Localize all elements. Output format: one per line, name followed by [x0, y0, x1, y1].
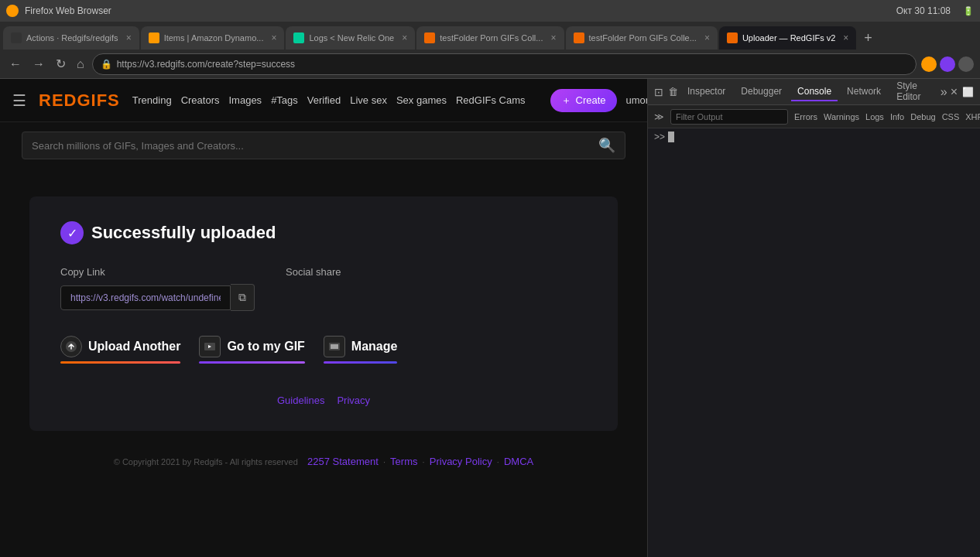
- tab-items-icon: [149, 32, 159, 43]
- nav-tags[interactable]: #Tags: [271, 94, 298, 106]
- upload-another-label: Upload Another: [88, 340, 180, 354]
- success-header: ✓ Successfully uploaded: [60, 221, 587, 244]
- footer-terms[interactable]: Terms: [390, 456, 417, 467]
- nav-trending[interactable]: Trending: [132, 94, 172, 106]
- tab-testfolder1[interactable]: testFolder Porn GIFs Coll... ×: [416, 26, 564, 50]
- card-footer-links: Guidelines Privacy: [60, 395, 587, 406]
- go-to-gif-label: Go to my GIF: [227, 340, 304, 354]
- tab-items-close[interactable]: ×: [271, 32, 276, 43]
- home-button[interactable]: ⌂: [74, 54, 87, 74]
- tab-testfolder2-close[interactable]: ×: [704, 32, 710, 43]
- devtools-panel-icon: ⊡: [654, 86, 663, 98]
- lock-icon: 🔒: [101, 59, 112, 70]
- devtools-filter-logs[interactable]: Logs: [865, 112, 884, 121]
- search-bar[interactable]: 🔍: [22, 132, 625, 159]
- search-icon[interactable]: 🔍: [598, 137, 615, 154]
- tab-actions[interactable]: Actions · Redgifs/redgifs ×: [3, 26, 139, 50]
- devtools-filter-debug[interactable]: Debug: [910, 112, 935, 121]
- browser-tab-bar: Actions · Redgifs/redgifs × Items | Amaz…: [0, 22, 980, 50]
- success-checkmark-icon: ✓: [60, 221, 84, 244]
- tab-uploader-icon: [727, 32, 738, 43]
- privacy-link[interactable]: Privacy: [337, 395, 370, 406]
- tab-logs-close[interactable]: ×: [402, 32, 407, 43]
- social-share-label: Social share: [286, 266, 587, 278]
- devtools-filter-input[interactable]: [670, 109, 788, 125]
- devtools-filter-xhr[interactable]: XHR: [965, 112, 980, 121]
- address-bar[interactable]: 🔒 https://v3.redgifs.com/create?step=suc…: [92, 53, 917, 75]
- tab-logs-label: Logs < New Relic One: [309, 33, 394, 43]
- site-navbar: ☰ REDGIFS Trending Creators Images #Tags…: [0, 79, 647, 122]
- address-bar-url: https://v3.redgifs.com/create?step=succe…: [117, 59, 908, 70]
- tab-actions-close[interactable]: ×: [126, 32, 132, 43]
- site-logo[interactable]: REDGIFS: [39, 91, 120, 111]
- devtools-tab-inspector[interactable]: Inspector: [681, 83, 732, 101]
- copy-button[interactable]: ⧉: [231, 284, 255, 311]
- devtools-toolbar: ⊡ 🗑 Inspector Debugger Console Network S…: [648, 79, 980, 105]
- nav-creators[interactable]: Creators: [181, 94, 220, 106]
- go-to-gif-button[interactable]: Go to my GIF: [199, 336, 304, 364]
- footer-dmca[interactable]: DMCA: [504, 456, 533, 467]
- footer-2257[interactable]: 2257 Statement: [307, 456, 379, 467]
- nav-livesex[interactable]: Live sex: [350, 94, 387, 106]
- refresh-button[interactable]: ↻: [53, 53, 69, 74]
- extensions-icon[interactable]: [940, 56, 955, 72]
- devtools-resize-icon[interactable]: ⬜: [962, 87, 974, 97]
- nav-images[interactable]: Images: [228, 94, 262, 106]
- devtools-filter-info[interactable]: Info: [890, 112, 904, 121]
- devtools-tab-debugger[interactable]: Debugger: [735, 83, 788, 101]
- browser-titlebar: Firefox Web Browser Окт 30 11:08 🔋: [0, 0, 980, 22]
- footer-copyright: © Copyright 2021 by Redgifs - All rights…: [114, 457, 298, 466]
- two-column-layout: Copy Link ⧉ Social share: [60, 266, 587, 330]
- copy-link-section: Copy Link ⧉: [60, 266, 255, 330]
- devtools-panel: ⊡ 🗑 Inspector Debugger Console Network S…: [647, 79, 980, 557]
- hamburger-icon[interactable]: ☰: [12, 91, 26, 110]
- devtools-filter-errors[interactable]: Errors: [794, 112, 817, 121]
- nav-verified[interactable]: Verified: [307, 94, 341, 106]
- tab-items-label: Items | Amazon Dynamo...: [164, 33, 264, 43]
- guidelines-link[interactable]: Guidelines: [277, 395, 324, 406]
- bookmark-star-icon[interactable]: [921, 56, 937, 72]
- devtools-content: >>: [648, 128, 980, 557]
- manage-icon: [324, 336, 345, 357]
- devtools-subtoolbar: ≫ Errors Warnings Logs Info Debug CSS XH…: [648, 105, 980, 128]
- browser-title: Firefox Web Browser: [25, 5, 111, 16]
- social-share-section: Social share: [286, 266, 587, 330]
- devtools-tab-console[interactable]: Console: [791, 83, 838, 101]
- browser-favicon: [6, 5, 19, 17]
- devtools-filter-tabs: Errors Warnings Logs Info Debug CSS XHR …: [794, 112, 980, 121]
- devtools-filter-css[interactable]: CSS: [942, 112, 960, 121]
- create-button[interactable]: ＋ Create: [550, 89, 617, 112]
- nav-sexgames[interactable]: Sex games: [396, 94, 447, 106]
- tab-uploader[interactable]: Uploader — RedGIFs v2 ×: [719, 26, 856, 50]
- link-input[interactable]: [60, 285, 231, 310]
- tab-logs[interactable]: Logs < New Relic One ×: [286, 26, 415, 50]
- nav-cams[interactable]: RedGIFs Cams: [456, 94, 526, 106]
- back-button[interactable]: ←: [6, 54, 25, 74]
- devtools-close-button[interactable]: ×: [951, 85, 958, 99]
- devtools-more-icon[interactable]: »: [941, 85, 947, 99]
- search-input[interactable]: [32, 140, 592, 152]
- tab-uploader-close[interactable]: ×: [843, 32, 848, 43]
- footer-privacy-policy[interactable]: Privacy Policy: [430, 456, 492, 467]
- tab-testfolder2[interactable]: testFolder Porn GIFs Colle... ×: [566, 26, 718, 50]
- tab-testfolder1-close[interactable]: ×: [550, 32, 556, 43]
- devtools-tab-network[interactable]: Network: [841, 83, 887, 101]
- new-tab-button[interactable]: +: [858, 27, 879, 50]
- devtools-panel-controls: ⊡ 🗑: [654, 86, 678, 98]
- tab-logs-icon: [293, 32, 304, 43]
- manage-button[interactable]: Manage: [324, 336, 398, 364]
- devtools-trash-icon[interactable]: 🗑: [668, 86, 678, 97]
- action-buttons: Upload Another Go to my GIF: [60, 336, 587, 364]
- devtools-filter-warnings[interactable]: Warnings: [824, 112, 859, 121]
- tab-items[interactable]: Items | Amazon Dynamo... ×: [141, 26, 285, 50]
- user-button[interactable]: umonk...: [626, 94, 647, 106]
- upload-another-button[interactable]: Upload Another: [60, 336, 180, 364]
- devtools-prompt: >>: [654, 132, 974, 142]
- browser-datetime: Окт 30 11:08: [896, 5, 951, 16]
- forward-button[interactable]: →: [29, 54, 48, 74]
- menu-icon[interactable]: [958, 56, 974, 72]
- battery-indicator: 🔋: [963, 6, 974, 16]
- website-area: ☰ REDGIFS Trending Creators Images #Tags…: [0, 79, 647, 557]
- tab-actions-label: Actions · Redgifs/redgifs: [26, 33, 118, 43]
- devtools-tab-style-editor[interactable]: Style Editor: [890, 79, 937, 107]
